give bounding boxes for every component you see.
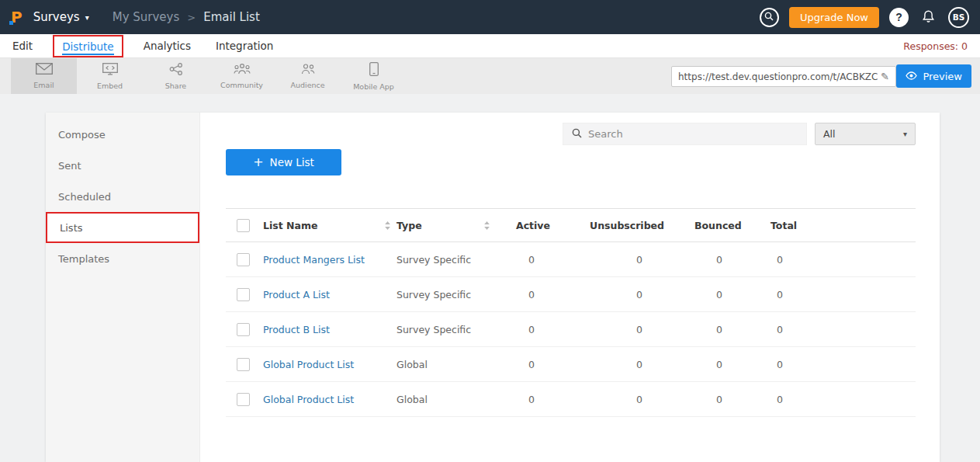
- column-header-active: Active: [516, 220, 590, 231]
- filter-selected-value: All: [823, 128, 836, 140]
- tab-edit[interactable]: Edit: [12, 40, 33, 52]
- audience-icon: [300, 63, 316, 78]
- chevron-down-icon: ▾: [85, 13, 89, 22]
- row-checkbox[interactable]: [237, 358, 250, 371]
- active-count: 0: [516, 324, 590, 335]
- list-name-link[interactable]: Global Product List: [263, 359, 354, 370]
- topbar-actions: Upgrade Now ? BS: [760, 7, 969, 28]
- unsubscribed-count: 0: [590, 394, 694, 405]
- bounced-count: 0: [694, 289, 770, 300]
- row-checkbox[interactable]: [237, 253, 250, 266]
- column-header-type[interactable]: Type: [397, 220, 516, 231]
- channel-mobile-app[interactable]: Mobile App: [341, 58, 407, 94]
- help-button[interactable]: ?: [889, 8, 909, 27]
- unsubscribed-count: 0: [590, 254, 694, 266]
- total-count: 0: [770, 394, 916, 405]
- bounced-count: 0: [694, 359, 770, 370]
- chevron-down-icon: ▾: [903, 130, 907, 138]
- bounced-count: 0: [694, 394, 770, 405]
- select-all-checkbox[interactable]: [237, 219, 250, 232]
- product-switcher[interactable]: Surveys ▾: [33, 10, 89, 24]
- new-list-label: New List: [270, 156, 314, 168]
- active-count: 0: [516, 359, 590, 370]
- total-count: 0: [770, 359, 916, 370]
- sidebar-item-scheduled[interactable]: Scheduled: [46, 181, 199, 212]
- channel-label: Community: [220, 81, 263, 89]
- email-lists-panel: Compose Sent Scheduled Lists Templates A…: [46, 113, 940, 462]
- topbar: P Surveys ▾ My Surveys > Email List Upgr…: [0, 0, 980, 34]
- breadcrumb: My Surveys > Email List: [113, 10, 260, 24]
- table-row: Product Mangers List Survey Specific 0 0…: [226, 242, 916, 277]
- table-row: Global Product List Global 0 0 0 0: [226, 347, 916, 382]
- survey-url-input[interactable]: [678, 71, 878, 82]
- tab-analytics[interactable]: Analytics: [144, 40, 191, 52]
- list-type: Survey Specific: [397, 324, 516, 335]
- active-count: 0: [516, 394, 590, 405]
- list-name-link[interactable]: Product A List: [263, 289, 330, 300]
- edit-url-button[interactable]: ✎: [878, 71, 892, 82]
- table-row: Global Product List Global 0 0 0 0: [226, 382, 916, 417]
- list-type: Survey Specific: [397, 289, 516, 300]
- mobile-icon: [369, 62, 379, 79]
- column-header-list-name[interactable]: List Name: [263, 220, 397, 231]
- sidebar-item-sent[interactable]: Sent: [46, 150, 199, 181]
- responses-count: Responses: 0: [903, 40, 968, 52]
- pencil-icon: ✎: [881, 71, 889, 82]
- channel-label: Share: [165, 82, 186, 90]
- notifications-button[interactable]: [919, 8, 938, 27]
- sidebar-item-templates[interactable]: Templates: [46, 243, 199, 274]
- email-sidebar: Compose Sent Scheduled Lists Templates: [46, 113, 200, 462]
- global-search-button[interactable]: [760, 8, 779, 27]
- table-row: Product A List Survey Specific 0 0 0 0: [226, 277, 916, 312]
- preview-label: Preview: [923, 71, 962, 82]
- new-list-button[interactable]: + New List: [226, 149, 341, 175]
- channel-label: Embed: [97, 82, 123, 90]
- sidebar-item-lists[interactable]: Lists: [46, 212, 199, 243]
- survey-url-field: ✎: [671, 66, 896, 87]
- tab-distribute[interactable]: Distribute: [62, 40, 114, 55]
- table-header-row: List Name Type Active Unsubscribed Bounc…: [226, 208, 916, 242]
- column-label: Type: [397, 220, 422, 231]
- breadcrumb-separator: >: [187, 12, 196, 23]
- channel-community[interactable]: Community: [209, 58, 275, 94]
- list-search-input[interactable]: [588, 128, 798, 140]
- bell-icon: [922, 9, 935, 26]
- unsubscribed-count: 0: [590, 289, 694, 300]
- row-checkbox[interactable]: [237, 323, 250, 336]
- preview-button[interactable]: Preview: [896, 64, 971, 88]
- list-type: Survey Specific: [397, 254, 516, 266]
- channel-embed[interactable]: Embed: [77, 58, 143, 94]
- list-name-link[interactable]: Global Product List: [263, 394, 354, 405]
- channel-label: Mobile App: [353, 82, 394, 91]
- list-name-link[interactable]: Product Mangers List: [263, 254, 365, 266]
- share-icon: [169, 63, 183, 78]
- row-checkbox[interactable]: [237, 393, 250, 406]
- lists-table: List Name Type Active Unsubscribed Bounc…: [226, 208, 916, 417]
- lists-toolbar: All ▾: [226, 123, 916, 145]
- product-name: Surveys: [33, 10, 80, 24]
- list-filter-dropdown[interactable]: All ▾: [815, 123, 916, 145]
- sort-icon: [484, 221, 490, 230]
- tab-integration[interactable]: Integration: [216, 40, 273, 52]
- row-checkbox[interactable]: [237, 288, 250, 301]
- upgrade-now-button[interactable]: Upgrade Now: [789, 7, 879, 28]
- list-name-link[interactable]: Product B List: [263, 324, 330, 335]
- eye-icon: [906, 71, 917, 82]
- breadcrumb-my-surveys[interactable]: My Surveys: [113, 10, 180, 24]
- channel-audience[interactable]: Audience: [275, 58, 341, 94]
- sidebar-item-compose[interactable]: Compose: [46, 119, 199, 150]
- questionpro-logo[interactable]: P: [11, 9, 23, 25]
- channel-share[interactable]: Share: [143, 58, 209, 94]
- email-icon: [36, 63, 53, 78]
- embed-icon: [102, 63, 118, 78]
- active-count: 0: [516, 289, 590, 300]
- channel-email[interactable]: Email: [11, 58, 77, 94]
- questionpro-app: P Surveys ▾ My Surveys > Email List Upgr…: [0, 0, 980, 462]
- total-count: 0: [770, 324, 916, 335]
- channel-label: Email: [33, 81, 54, 89]
- user-avatar[interactable]: BS: [948, 7, 969, 28]
- breadcrumb-current-page: Email List: [203, 10, 260, 24]
- table-row: Product B List Survey Specific 0 0 0 0: [226, 312, 916, 347]
- lists-content: All ▾ + New List List Name Type: [200, 113, 940, 462]
- plus-icon: +: [253, 156, 263, 168]
